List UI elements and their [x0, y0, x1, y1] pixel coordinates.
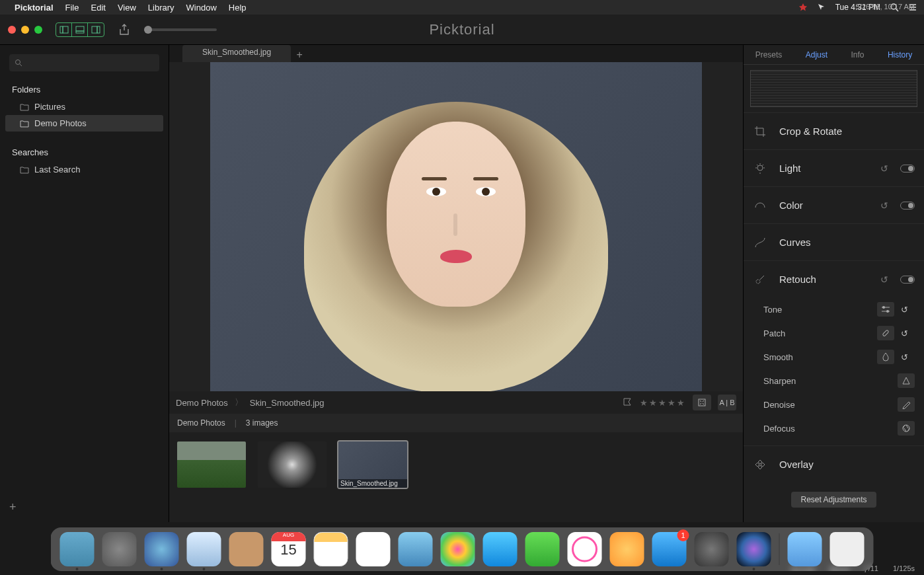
- rating-stars[interactable]: ★★★★★: [640, 398, 686, 408]
- menu-help[interactable]: Help: [229, 3, 247, 13]
- search-last[interactable]: Last Search: [5, 161, 163, 178]
- retouch-smooth[interactable]: Smooth ↺: [744, 345, 924, 369]
- app-name[interactable]: Picktorial: [15, 3, 54, 13]
- tool-light[interactable]: Light ↺: [744, 149, 924, 186]
- add-folder-button[interactable]: +: [9, 500, 17, 514]
- layout-left-button[interactable]: [56, 23, 72, 36]
- menu-edit[interactable]: Edit: [91, 3, 105, 13]
- tab-info[interactable]: Info: [851, 50, 865, 59]
- dock-photos[interactable]: [441, 532, 475, 566]
- tool-crop[interactable]: Crop & Rotate: [744, 112, 924, 149]
- bandage-icon[interactable]: [877, 326, 894, 340]
- dock-messages[interactable]: [483, 532, 518, 566]
- dock-ibooks[interactable]: [610, 532, 644, 566]
- breadcrumb-file[interactable]: Skin_Smoothed.jpg: [250, 398, 325, 408]
- dock-reminders[interactable]: [356, 532, 391, 566]
- canvas-area[interactable]: [169, 62, 743, 391]
- reset-icon[interactable]: ↺: [901, 352, 908, 362]
- tool-curves[interactable]: Curves: [744, 223, 924, 260]
- zoom-slider[interactable]: [144, 28, 217, 31]
- dock-trash[interactable]: [830, 532, 865, 566]
- retouch-defocus[interactable]: Defocus: [744, 416, 924, 440]
- retouch-tone[interactable]: Tone ↺: [744, 297, 924, 321]
- dock-launchpad[interactable]: [102, 532, 137, 566]
- tab-history[interactable]: History: [888, 50, 912, 59]
- filmstrip[interactable]: Skin_Smoothed.jpg: [169, 432, 743, 522]
- right-panel-tabs: Presets Adjust Info History: [744, 45, 924, 65]
- toggle-switch[interactable]: [900, 276, 915, 284]
- search-label: Last Search: [34, 165, 80, 174]
- flag-icon[interactable]: [623, 397, 633, 408]
- thumbnail[interactable]: [177, 441, 246, 488]
- folder-label: Demo Photos: [34, 118, 87, 128]
- layout-toggle-group[interactable]: [56, 22, 104, 37]
- breadcrumb-folder[interactable]: Demo Photos: [176, 398, 228, 408]
- dock-finder[interactable]: [60, 532, 95, 566]
- document-tab[interactable]: Skin_Smoothed.jpg: [182, 45, 291, 62]
- menubar-pointer-icon[interactable]: [817, 3, 826, 12]
- window-traffic-lights[interactable]: [8, 26, 42, 34]
- dock-mail[interactable]: [187, 532, 221, 566]
- menu-library[interactable]: Library: [148, 3, 174, 13]
- zoom-window-button[interactable]: [34, 26, 42, 34]
- histogram[interactable]: [750, 70, 917, 107]
- zoom-slider-knob[interactable]: [144, 26, 152, 34]
- sidebar-search[interactable]: [9, 54, 159, 71]
- tool-color[interactable]: Color ↺: [744, 186, 924, 223]
- reset-icon[interactable]: ↺: [880, 200, 888, 211]
- toggle-switch[interactable]: [900, 165, 915, 172]
- menu-window[interactable]: Window: [186, 3, 217, 13]
- toggle-switch[interactable]: [900, 202, 915, 210]
- center-panel: Skin_Smoothed.jpg + Demo Photos 〉 Sk: [169, 45, 743, 522]
- triangle-icon[interactable]: [898, 373, 915, 388]
- dock-itunes[interactable]: [568, 532, 602, 566]
- tool-overlay[interactable]: Overlay: [744, 445, 924, 482]
- tab-adjust[interactable]: Adjust: [806, 50, 828, 59]
- thumbnail-selected[interactable]: Skin_Smoothed.jpg: [338, 441, 407, 488]
- folder-pictures[interactable]: Pictures: [5, 98, 163, 115]
- reset-icon[interactable]: ↺: [880, 274, 888, 285]
- share-button[interactable]: [115, 22, 134, 38]
- retouch-denoise[interactable]: Denoise: [744, 393, 924, 416]
- retouch-patch[interactable]: Patch ↺: [744, 321, 924, 345]
- menu-file[interactable]: File: [65, 3, 79, 13]
- dock-safari[interactable]: [145, 532, 179, 566]
- thumbnail[interactable]: [258, 441, 327, 488]
- menu-view[interactable]: View: [118, 3, 136, 13]
- drop-icon[interactable]: [877, 350, 894, 364]
- layout-bottom-button[interactable]: [72, 23, 88, 36]
- photo-canvas[interactable]: [210, 62, 702, 391]
- close-window-button[interactable]: [8, 26, 16, 34]
- sub-label: Patch: [763, 328, 870, 338]
- tab-presets[interactable]: Presets: [755, 50, 783, 59]
- fit-button[interactable]: [693, 395, 711, 410]
- dock-notes[interactable]: [314, 532, 348, 566]
- reset-adjustments-button[interactable]: Reset Adjustments: [791, 492, 876, 508]
- new-tab-button[interactable]: +: [291, 48, 308, 62]
- reset-icon[interactable]: ↺: [880, 163, 888, 174]
- layout-right-button[interactable]: [88, 23, 104, 36]
- dock-calendar[interactable]: AUG15: [272, 532, 306, 566]
- aperture-icon[interactable]: [898, 421, 915, 436]
- menubar-status-icon[interactable]: [798, 3, 808, 12]
- retouch-sharpen[interactable]: Sharpen: [744, 369, 924, 393]
- minimize-window-button[interactable]: [21, 26, 29, 34]
- compare-button[interactable]: A | B: [718, 395, 736, 410]
- sliders-icon[interactable]: [877, 302, 894, 317]
- tool-retouch[interactable]: Retouch ↺: [744, 260, 924, 297]
- dock-facetime[interactable]: [525, 532, 560, 566]
- dock-maps[interactable]: [399, 532, 433, 566]
- folder-icon: [20, 120, 29, 128]
- breadcrumb-bar: Demo Photos 〉 Skin_Smoothed.jpg ★★★★★ A …: [169, 391, 743, 414]
- reset-icon[interactable]: ↺: [901, 305, 908, 315]
- svg-point-11: [757, 165, 763, 171]
- macos-dock[interactable]: AUG15 1: [51, 527, 874, 571]
- dock-downloads[interactable]: [788, 532, 822, 566]
- dock-appstore[interactable]: 1: [652, 532, 687, 566]
- dock-preferences[interactable]: [695, 532, 729, 566]
- folder-demo-photos[interactable]: Demo Photos: [5, 115, 163, 132]
- dock-contacts[interactable]: [229, 532, 264, 566]
- dock-picktorial[interactable]: [737, 532, 771, 566]
- brush-icon[interactable]: [898, 397, 915, 412]
- reset-icon[interactable]: ↺: [901, 328, 908, 338]
